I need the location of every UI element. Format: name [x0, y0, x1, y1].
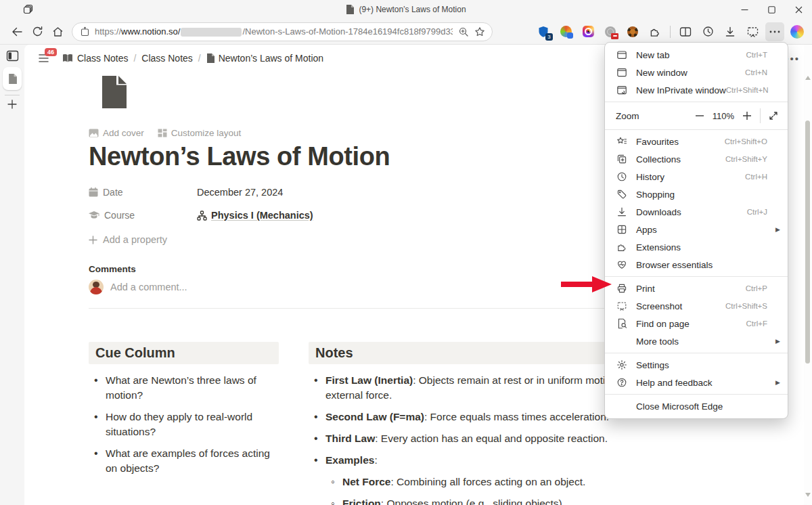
scrollbar-down-arrow[interactable]	[805, 493, 811, 497]
active-tab[interactable]: (9+) Newton’s Laws of Motion	[346, 5, 466, 14]
zoom-separator	[760, 108, 761, 123]
screenshot-icon[interactable]	[743, 22, 762, 41]
menu-item-zoom: Zoom 110%	[605, 105, 788, 127]
extensions-puzzle-icon[interactable]	[646, 22, 664, 41]
extension-colorful-icon[interactable]	[556, 22, 575, 41]
history-icon[interactable]	[698, 22, 717, 41]
cue-list-item[interactable]: What are Newton’s three laws of motion?	[89, 373, 279, 403]
date-property-label[interactable]: Date	[89, 187, 197, 198]
page-scrollbar[interactable]	[804, 45, 812, 505]
notes-list-item[interactable]: Examples: Net Force: Combining all force…	[309, 453, 745, 505]
customize-layout-button[interactable]: Customize layout	[158, 128, 242, 138]
annotation-arrow-to-print	[561, 275, 612, 294]
history-icon	[616, 171, 627, 183]
course-relation-link[interactable]: Physics I (Mechanics)	[197, 210, 313, 221]
property-row-course[interactable]: Course Physics I (Mechanics)	[89, 204, 508, 227]
favorite-star-icon[interactable]	[474, 26, 485, 37]
zoom-out-button[interactable]	[691, 108, 708, 124]
menu-item-more-tools[interactable]: More tools ▶	[605, 332, 788, 350]
page-title[interactable]: Newton’s Laws of Motion	[89, 142, 390, 171]
toolbar-separator	[670, 26, 671, 38]
help-icon	[616, 377, 627, 389]
breadcrumb-item-current[interactable]: Newton’s Laws of Motion	[204, 51, 326, 65]
tab-actions-icon[interactable]	[6, 50, 19, 62]
scrollbar-thumb[interactable]	[805, 120, 810, 364]
menu-item-find-on-page[interactable]: Find on page Ctrl+F	[605, 315, 788, 332]
zoom-in-button[interactable]	[738, 108, 756, 124]
menu-item-history[interactable]: History Ctrl+H	[605, 168, 788, 185]
extensions-icon	[616, 242, 627, 253]
shopping-tag-icon	[616, 189, 627, 200]
menu-item-new-window[interactable]: New window Ctrl+N	[605, 64, 788, 81]
menu-item-collections[interactable]: Collections Ctrl+Shift+Y	[605, 150, 788, 168]
print-icon	[616, 283, 627, 294]
menu-separator	[605, 394, 788, 395]
close-button[interactable]	[785, 0, 812, 19]
minimize-button[interactable]	[731, 0, 758, 19]
menu-item-print[interactable]: Print Ctrl+P	[605, 280, 788, 297]
breadcrumb: 46 Class Notes / Class Notes / Newton’s …	[38, 51, 326, 65]
notes-list-item[interactable]: Third Law: Every action has an equal and…	[309, 431, 745, 446]
site-permissions-icon[interactable]	[81, 26, 89, 37]
cue-list-item[interactable]: How do they apply to real-world situatio…	[89, 410, 279, 439]
extension-shield-icon[interactable]: 3	[534, 22, 553, 41]
menu-item-extensions[interactable]: Extensions	[605, 238, 788, 256]
address-bar[interactable]: https://www.notion.so//Newton-s-Laws-of-…	[72, 22, 493, 41]
comments-label: Comments	[89, 264, 136, 274]
menu-item-favourites[interactable]: Favourites Ctrl+Shift+O	[605, 133, 788, 150]
cue-list-item[interactable]: What are examples of forces acting on ob…	[89, 446, 279, 476]
cue-column: Cue Column What are Newton’s three laws …	[89, 342, 279, 483]
active-vertical-tab[interactable]	[3, 67, 22, 90]
menu-item-shopping[interactable]: Shopping	[605, 185, 788, 203]
add-comment-row[interactable]: Add a comment...	[89, 280, 187, 294]
menu-item-browser-essentials[interactable]: Browser essentials	[605, 256, 788, 273]
menu-item-help-and-feedback[interactable]: Help and feedback ▶	[605, 374, 788, 391]
downloads-icon[interactable]	[721, 22, 740, 41]
new-vertical-tab-button[interactable]	[7, 100, 17, 109]
menu-item-new-tab[interactable]: New tab Ctrl+T	[605, 46, 788, 64]
shield-badge: 3	[545, 33, 553, 41]
notes-sub-item[interactable]: Net Force: Combining all forces acting o…	[325, 475, 745, 489]
new-window-icon	[616, 67, 627, 79]
menu-item-screenshot[interactable]: Screenshot Ctrl+Shift+S	[605, 297, 788, 315]
split-screen-icon[interactable]	[676, 22, 695, 41]
settings-more-button[interactable]	[765, 22, 784, 41]
user-avatar	[89, 280, 104, 294]
menu-item-settings[interactable]: Settings	[605, 356, 788, 374]
extension-bug-icon[interactable]	[623, 22, 642, 41]
home-button[interactable]	[47, 22, 68, 42]
breadcrumb-item-workspace[interactable]: Class Notes	[60, 51, 131, 65]
sidebar-divider	[5, 95, 20, 95]
page-icon-large[interactable]	[98, 74, 131, 110]
extension-instagram-icon[interactable]	[579, 22, 597, 41]
maximize-button[interactable]	[758, 0, 785, 19]
browser-toolbar: https://www.notion.so//Newton-s-Laws-of-…	[0, 19, 812, 45]
breadcrumb-item-database[interactable]: Class Notes	[139, 51, 195, 65]
fullscreen-button[interactable]	[765, 108, 782, 124]
workspaces-icon[interactable]	[22, 3, 36, 16]
sidebar-toggle-icon[interactable]: 46	[38, 53, 51, 64]
add-property-button[interactable]: Add a property	[89, 232, 167, 248]
menu-item-new-inprivate[interactable]: New InPrivate window Ctrl+Shift+N	[605, 81, 788, 99]
page-icon	[206, 53, 215, 63]
back-button[interactable]	[7, 22, 27, 42]
zoom-level-icon[interactable]	[458, 26, 469, 37]
downloads-icon	[616, 206, 627, 218]
copilot-icon[interactable]	[788, 22, 807, 41]
add-cover-button[interactable]: Add cover	[89, 128, 144, 138]
extension-adblocker-icon[interactable]	[601, 22, 620, 41]
notes-sub-item[interactable]: Friction: Opposes motion (e.g., sliding …	[325, 496, 745, 505]
menu-item-close-edge[interactable]: Close Microsoft Edge	[605, 397, 788, 415]
menu-item-downloads[interactable]: Downloads Ctrl+J	[605, 203, 788, 221]
add-comment-input[interactable]: Add a comment...	[110, 282, 187, 292]
url-text[interactable]: https://www.notion.so//Newton-s-Laws-of-…	[95, 26, 453, 37]
menu-item-apps[interactable]: Apps ▶	[605, 221, 788, 238]
refresh-button[interactable]	[27, 22, 47, 42]
property-row-date[interactable]: Date December 27, 2024	[89, 181, 508, 204]
inprivate-icon	[616, 85, 627, 96]
scrollbar-up-arrow[interactable]	[805, 76, 811, 80]
course-property-label[interactable]: Course	[89, 210, 197, 221]
date-property-value[interactable]: December 27, 2024	[197, 187, 283, 198]
cue-column-header[interactable]: Cue Column	[89, 342, 279, 364]
menu-separator	[605, 102, 788, 102]
